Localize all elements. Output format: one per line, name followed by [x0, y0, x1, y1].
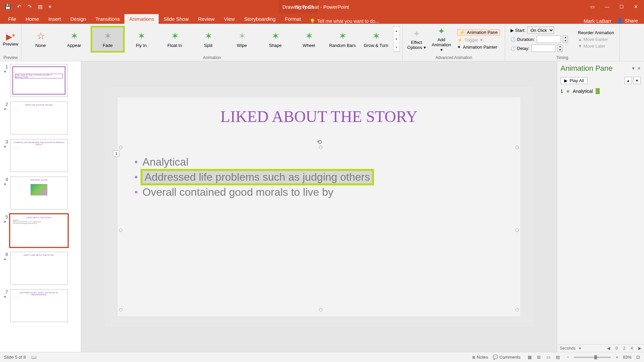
thumbnail-slide-2[interactable]: WHAT THE AUTHOR VALUES· · · · · · · · · …	[10, 102, 68, 134]
tab-animations[interactable]: Animations	[124, 14, 159, 24]
tab-format[interactable]: Format	[280, 14, 306, 24]
slide-canvas-area[interactable]: LIKED ABOUT THE STORY ⟲ 1 Analytical Add…	[81, 61, 557, 352]
animation-float-in[interactable]: ✶Float In	[158, 26, 191, 52]
animation-order-tag[interactable]: 1	[113, 150, 120, 157]
animation-pane-icon: ⚡	[460, 30, 465, 35]
normal-view-icon[interactable]: ▦	[525, 354, 534, 361]
reorder-label: Reorder Animation	[578, 30, 614, 35]
add-animation-icon: ✦	[430, 26, 452, 37]
animation-appear[interactable]: ✶Appear	[58, 26, 91, 52]
bullet-3[interactable]: Overall contained good morals to live by	[135, 185, 503, 200]
zoom-in-icon[interactable]: +	[615, 355, 618, 360]
ribbon: ▶* Preview Preview ☆None ✶Appear ✶Fade ✶…	[0, 24, 644, 61]
move-up-icon[interactable]: ▲	[625, 77, 632, 84]
duration-spinner[interactable]: ▲▼	[563, 36, 568, 43]
animation-random-bars[interactable]: ✶Random Bars	[326, 26, 359, 52]
minimize-icon[interactable]: —	[605, 4, 609, 9]
tab-storyboarding[interactable]: Storyboarding	[239, 14, 280, 24]
none-star-icon: ☆	[37, 31, 45, 42]
undo-icon[interactable]: ↶	[17, 4, 21, 10]
save-icon[interactable]: 💾	[5, 4, 11, 10]
animation-split[interactable]: ✶Split	[192, 26, 225, 52]
tab-design[interactable]: Design	[66, 14, 91, 24]
effect-options-button[interactable]: ✦ Effect Options ▾	[406, 29, 428, 50]
anim-pane-dropdown-icon[interactable]: ▼	[631, 66, 635, 71]
slide-title[interactable]: LIKED ABOUT THE STORY	[117, 107, 521, 126]
animation-pane-button[interactable]: ⚡Animation Pane	[457, 29, 500, 36]
tell-me-search[interactable]: 💡 Tell me what you want to do...	[310, 18, 379, 24]
delay-input[interactable]	[531, 45, 555, 52]
gallery-scroll[interactable]: ▲▼▾	[393, 26, 400, 52]
split-star-icon: ✶	[205, 31, 212, 42]
status-bar: Slide 5 of 8 📖 ≣ Notes 💬 Comments ▦ ⊞ ▭ …	[0, 352, 644, 362]
slideshow-view-icon[interactable]: ▤	[553, 354, 562, 361]
wheel-star-icon: ✶	[305, 31, 313, 42]
slide-counter: Slide 5 of 8	[4, 355, 26, 360]
tab-home[interactable]: Home	[21, 14, 44, 24]
zoom-out-icon[interactable]: −	[567, 355, 570, 360]
effect-options-icon: ✦	[406, 29, 428, 39]
timing-group-label: Timing	[505, 55, 620, 61]
slide-sorter-icon[interactable]: ⊞	[535, 354, 543, 361]
duration-input[interactable]	[537, 36, 561, 43]
animation-shape[interactable]: ✶Shape	[259, 26, 292, 52]
tab-insert[interactable]: Insert	[44, 14, 66, 24]
play-all-button[interactable]: ▶Play All	[560, 77, 588, 84]
reading-view-icon[interactable]: ▭	[544, 354, 553, 361]
tab-review[interactable]: Review	[193, 14, 219, 24]
spellcheck-icon[interactable]: 📖	[31, 355, 37, 360]
thumbnail-slide-3[interactable]: COMMON LIFE PROBLEMS THE AUTHOR IS WRITI…	[10, 139, 68, 172]
redo-icon[interactable]: ↷	[28, 4, 32, 10]
animation-grow-turn[interactable]: ✶Grow & Turn	[360, 26, 392, 52]
thumbnail-slide-1[interactable]: THE LADY IN THE LOOKING GLASS: A REFLECT…	[10, 64, 68, 97]
tab-view[interactable]: View	[219, 14, 239, 24]
animation-wheel[interactable]: ✶Wheel	[292, 26, 325, 52]
tab-file[interactable]: File	[3, 14, 21, 24]
maximize-icon[interactable]: ☐	[620, 4, 624, 9]
slide-thumbnails-panel[interactable]: 1★ THE LADY IN THE LOOKING GLASS: A REFL…	[0, 61, 81, 352]
thumbnail-slide-6[interactable]: DIDN'T LIKE ABOUT THE STORY· · · · ·· · …	[10, 252, 68, 285]
animation-pane-title: Animation Pane	[560, 64, 612, 73]
animation-list-item[interactable]: 1 ★ Analytical	[560, 87, 641, 95]
trigger-icon: ⚡	[457, 38, 463, 43]
qat-customize-icon[interactable]: ▾	[49, 4, 51, 10]
add-animation-button[interactable]: ✦ Add Animation ▾	[430, 26, 452, 52]
tab-transitions[interactable]: Transitions	[91, 14, 124, 24]
animation-list: 1 ★ Analytical	[557, 85, 644, 97]
bullet-1[interactable]: Analytical	[135, 155, 503, 170]
anim-pane-close-icon[interactable]: ✕	[637, 66, 641, 71]
zoom-slider[interactable]	[574, 357, 611, 358]
fit-to-window-icon[interactable]: ⊡	[636, 355, 640, 360]
start-from-beginning-icon[interactable]: ▤	[38, 4, 43, 10]
animation-wipe[interactable]: ✶Wipe	[225, 26, 258, 52]
animation-fade[interactable]: ✶Fade	[91, 26, 124, 52]
zoom-level[interactable]: 83%	[623, 355, 632, 360]
trigger-button[interactable]: ⚡Trigger ▾	[457, 38, 500, 43]
start-select[interactable]: On Click	[527, 26, 554, 34]
delay-spinner[interactable]: ▲▼	[557, 45, 562, 52]
floatin-star-icon: ✶	[171, 31, 179, 42]
rotate-handle-icon[interactable]: ⟲	[317, 138, 322, 146]
animation-none[interactable]: ☆None	[24, 26, 57, 52]
tab-slide-show[interactable]: Slide Show	[159, 14, 193, 24]
comments-button[interactable]: 💬 Comments	[493, 355, 520, 360]
move-earlier-button[interactable]: ▲ Move Earlier	[578, 37, 614, 42]
slide[interactable]: LIKED ABOUT THE STORY ⟲ 1 Analytical Add…	[105, 87, 533, 327]
user-name[interactable]: Mark LaBarr	[584, 18, 611, 24]
animation-group-label: Animation	[21, 55, 402, 61]
animation-painter-button[interactable]: ✦Animation Painter	[457, 45, 500, 50]
thumbnail-slide-4[interactable]: FAVORITE QUOTE· · · · · · · · · ·	[10, 177, 68, 209]
slide-body-textbox[interactable]: ⟲ 1 Analytical Addressed life problems s…	[121, 147, 517, 310]
close-icon[interactable]: ✕	[634, 4, 638, 9]
ribbon-display-options-icon[interactable]: ▭	[590, 4, 595, 9]
thumbnail-slide-5[interactable]: LIKED ABOUT THE STORY· Analytical· Addre…	[10, 214, 68, 247]
animation-fly-in[interactable]: ✶Fly In	[125, 26, 158, 52]
share-button[interactable]: 👤 Share	[617, 18, 638, 24]
thumbnail-slide-7[interactable]: ANOTHER STORY, SONG, OR MOVIE OF REMINIS…	[10, 289, 68, 322]
bullet-2[interactable]: Addressed life problems such as judging …	[135, 170, 503, 185]
preview-button[interactable]: ▶* Preview	[3, 32, 18, 47]
move-down-icon[interactable]: ▼	[633, 77, 641, 84]
title-bar: 💾 ↶ ↷ ▤ ▾ Story Chat - PowerPoint Drawin…	[0, 0, 644, 13]
notes-button[interactable]: ≣ Notes	[472, 355, 488, 360]
move-later-button[interactable]: ▼ Move Later	[578, 44, 614, 49]
